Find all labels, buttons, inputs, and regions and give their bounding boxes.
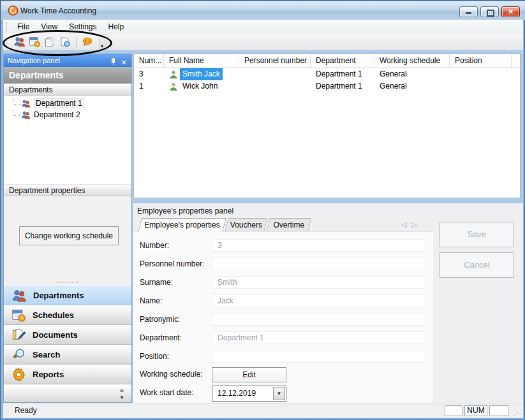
toolbar-departments-button[interactable] (11, 35, 27, 49)
change-working-schedule-button[interactable]: Change working schedule (19, 226, 119, 245)
tree-item-department-2[interactable]: Department 2 (4, 109, 131, 120)
sidebar-item-label: Reports (33, 370, 64, 379)
sidebar-item-search[interactable]: Search (4, 345, 131, 365)
cell-department: Department 1 (311, 80, 374, 92)
patronymic-field[interactable] (212, 313, 425, 326)
number-label: Number: (140, 241, 211, 250)
sidebar-item-label: Search (33, 350, 60, 359)
number-field[interactable]: 3 (212, 239, 425, 252)
sidebar-item-label: Documents (33, 330, 78, 340)
toolbar: ▾ (3, 34, 523, 50)
column-header-full-name[interactable]: Full Name (164, 54, 239, 68)
combo-dropdown-button[interactable]: ▼ (273, 387, 285, 400)
table-row[interactable]: 3 Smith Jack Department 1 General (134, 68, 520, 80)
department-icon (21, 110, 31, 120)
maximize-button[interactable] (480, 6, 499, 17)
cell-department: Department 1 (311, 68, 374, 80)
minimize-button[interactable] (459, 6, 478, 17)
cell-position (450, 68, 512, 80)
position-field[interactable] (212, 350, 425, 363)
name-label: Name: (140, 296, 211, 305)
tree-item-department-1[interactable]: Department 1 (4, 98, 131, 109)
menu-grip (6, 22, 7, 31)
employee-name: Wick John (180, 80, 220, 92)
toolbar-overflow-button[interactable]: ▾ (99, 34, 108, 50)
working-schedule-label: Working schedule: (140, 370, 211, 379)
app-clock-icon (8, 5, 18, 16)
sidebar-overflow-bar[interactable]: » ▾ (4, 385, 131, 402)
cell-full-name[interactable]: Smith Jack (164, 68, 239, 80)
departments-group-label[interactable]: Departments (4, 83, 131, 96)
tab-scroll-right-icon[interactable]: ▷ (411, 221, 422, 228)
department-label: Department: (140, 333, 211, 342)
menu-file[interactable]: File (11, 20, 35, 33)
schedules-icon (11, 308, 26, 322)
department-field[interactable]: Department 1 (212, 331, 425, 344)
cancel-button[interactable]: Cancel (440, 252, 514, 278)
patronymic-label: Patronymic: (140, 315, 211, 324)
department-icon (21, 99, 31, 108)
employee-icon (169, 82, 178, 91)
toolbar-schedules-button[interactable] (27, 35, 42, 49)
employee-properties-form: Number: 3 Personnel number: Surname: Smi… (133, 231, 433, 403)
title-bar[interactable]: Work Time Accounting ✕ (1, 1, 525, 20)
sidebar-item-documents[interactable]: Documents (4, 325, 131, 345)
status-cell-empty-2 (489, 405, 508, 416)
navigation-panel-header[interactable]: Navigation panel ✕ (4, 54, 131, 67)
sidebar-item-schedules[interactable]: Schedules (4, 305, 131, 325)
table-row[interactable]: 1 Wick John Department 1 General (134, 80, 520, 92)
cell-num: 3 (134, 68, 164, 80)
column-header-department[interactable]: Department (311, 54, 374, 68)
cell-num: 1 (134, 80, 164, 92)
departments-section-header: Departments (4, 67, 131, 83)
cell-full-name[interactable]: Wick John (164, 80, 239, 92)
sidebar-item-label: Schedules (33, 310, 74, 320)
app-window: Work Time Accounting ✕ File View Setting… (0, 0, 525, 420)
chevron-double-right-icon[interactable]: » (120, 386, 124, 394)
column-header-position[interactable]: Position (450, 54, 512, 68)
tab-employee-properties[interactable]: Employee's properties (138, 218, 226, 232)
tab-scroll-left-icon[interactable]: ◁ (401, 221, 411, 228)
sidebar-item-departments[interactable]: Departments (4, 286, 131, 305)
toolbar-documents-button[interactable] (42, 35, 57, 49)
cell-personnel-number (239, 68, 311, 80)
toolbar-separator (76, 37, 77, 47)
menu-help[interactable]: Help (103, 20, 130, 33)
column-header-personnel-number[interactable]: Personnel number (239, 54, 311, 68)
tab-vouchers[interactable]: Vouchers (225, 218, 267, 231)
tab-overtime[interactable]: Overtime (266, 218, 311, 231)
surname-field[interactable]: Smith (212, 276, 425, 289)
work-start-date-combo[interactable]: 12.12.2019 ▼ (212, 386, 286, 402)
document-time-icon (59, 36, 71, 48)
help-bubble-icon (82, 36, 93, 48)
chevron-down-icon[interactable]: ▾ (121, 395, 123, 400)
properties-panel-title: Employee's properties panel (137, 206, 233, 215)
save-button[interactable]: Save (440, 222, 514, 247)
toolbar-document-time-button[interactable] (57, 35, 73, 49)
column-header-working-schedule[interactable]: Working schedule (374, 54, 450, 68)
name-field[interactable]: Jack (212, 294, 425, 307)
reports-icon (11, 367, 26, 382)
window-title: Work Time Accounting (20, 6, 96, 15)
menu-bar: File View Settings Help (3, 20, 523, 34)
employee-icon (169, 70, 178, 79)
close-button[interactable]: ✕ (501, 6, 520, 17)
panel-splitter[interactable]: ········· (4, 281, 131, 286)
chevron-down-icon: ▾ (101, 43, 103, 49)
employee-properties-panel: Employee's properties panel ✕ Employee's… (133, 203, 523, 403)
cell-personnel-number (239, 80, 311, 92)
documents-icon (11, 328, 26, 342)
status-message: Ready (15, 406, 37, 415)
personnel-number-field[interactable] (212, 257, 425, 270)
toolbar-help-button[interactable] (80, 35, 95, 49)
menu-view[interactable]: View (35, 20, 63, 33)
menu-settings[interactable]: Settings (63, 20, 102, 33)
sidebar-item-reports[interactable]: Reports (4, 365, 131, 384)
department-properties-label[interactable]: Department properties (4, 184, 131, 196)
documents-icon (44, 36, 55, 48)
column-header-num[interactable]: Num... (134, 54, 164, 68)
work-start-date-value: 12.12.2019 (218, 386, 256, 401)
resize-grip[interactable]: ⋰ (514, 408, 522, 417)
edit-working-schedule-button[interactable]: Edit (212, 367, 286, 382)
status-bar: Ready NUM ⋰ (3, 403, 523, 418)
